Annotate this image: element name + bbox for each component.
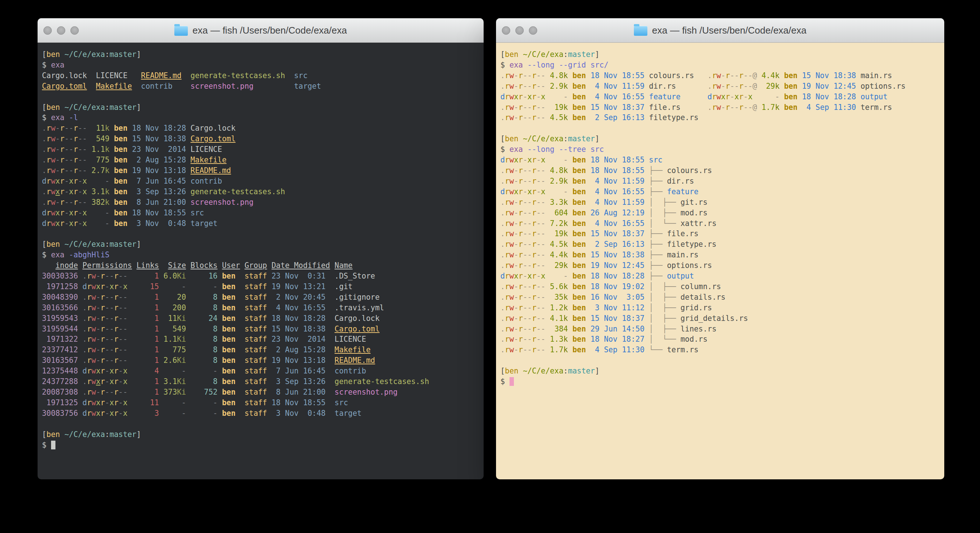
terminal-token xyxy=(186,198,190,207)
permission-bit: - xyxy=(536,177,541,185)
permission-bit: - xyxy=(119,293,123,302)
permission-bit: r xyxy=(505,93,509,101)
permission-bit: r xyxy=(60,219,64,228)
terminal-screen[interactable]: [ben ~/C/e/exa:master] $ exa Cargo.lock … xyxy=(38,43,484,479)
terminal-token xyxy=(110,155,114,164)
file-size: k xyxy=(105,145,110,154)
zoom-button[interactable] xyxy=(529,26,537,35)
permission-bit: - xyxy=(78,134,83,143)
file-size xyxy=(100,219,105,228)
terminal-token: ben xyxy=(784,82,798,91)
terminal-token: 1 xyxy=(137,335,159,343)
zoom-button[interactable] xyxy=(70,26,79,35)
permission-bit: - xyxy=(541,261,545,270)
terminal-token xyxy=(78,261,83,270)
terminal-token xyxy=(568,103,572,112)
terminal-token xyxy=(87,177,91,185)
terminal-line: .rwxr-xr-x 3.1k ben 3 Sep 13:26 generate… xyxy=(42,187,285,196)
file-size: k xyxy=(563,251,568,259)
terminal-token: filetype.rs xyxy=(667,240,717,249)
terminal-token: ] xyxy=(595,367,599,375)
permission-bit: . xyxy=(83,345,87,354)
permission-bit: w xyxy=(509,261,514,270)
permission-bit: r xyxy=(505,335,509,343)
terminal-token xyxy=(586,61,590,69)
permission-bit: r xyxy=(46,219,51,228)
terminal-token: 3 xyxy=(137,409,159,418)
terminal-token xyxy=(586,240,590,249)
terminal-token xyxy=(78,345,83,354)
permission-bit: w xyxy=(92,324,96,333)
terminal-token: 1 xyxy=(137,293,159,302)
terminal-line: 30048390 .rw-r--r-- 1 20 8 ben staff 2 N… xyxy=(42,293,380,302)
minimize-button[interactable] xyxy=(57,26,65,35)
permission-bit: w xyxy=(716,93,721,101)
terminal-line: 12375448 drwxr-xr-x 4 - - ben staff 7 Ju… xyxy=(42,367,366,375)
permission-bit: - xyxy=(96,356,100,365)
terminal-token xyxy=(235,356,245,365)
terminal-token xyxy=(568,187,572,196)
terminal-token xyxy=(235,271,245,280)
terminal-token: ben xyxy=(573,303,586,312)
permission-bit: r xyxy=(518,271,523,280)
file-size xyxy=(177,282,181,291)
file-size xyxy=(762,82,766,91)
permission-bit: . xyxy=(83,314,87,323)
terminal-token xyxy=(42,261,56,270)
permission-bit: - xyxy=(110,271,114,280)
terminal-token: staff xyxy=(244,324,267,333)
permission-bit: r xyxy=(518,103,523,112)
minimize-button[interactable] xyxy=(515,26,524,35)
terminal-token xyxy=(586,335,590,343)
terminal-token: ben xyxy=(573,229,586,238)
file-size: . xyxy=(554,251,559,259)
close-button[interactable] xyxy=(502,26,510,35)
file-size: 5 xyxy=(96,134,100,143)
terminal-token: 16 xyxy=(190,271,217,280)
terminal-token xyxy=(87,124,91,132)
terminal-token xyxy=(326,388,335,396)
permission-bit: x xyxy=(110,282,114,291)
terminal-token: $ xyxy=(42,251,51,259)
permission-bit: . xyxy=(500,261,505,270)
terminal-screen[interactable]: [ben ~/C/e/exa:master] $ exa --long --gr… xyxy=(496,43,944,479)
close-button[interactable] xyxy=(43,26,52,35)
terminal-line: .rw-r--r-- 19k ben 15 Nov 18:37 ├── file… xyxy=(500,229,698,238)
permission-bit: w xyxy=(509,103,514,112)
terminal-token xyxy=(110,124,114,132)
terminal-token: │ └── xyxy=(649,335,680,343)
terminal-token: 23377412 xyxy=(42,345,78,354)
permission-bit: r xyxy=(114,324,119,333)
terminal-token xyxy=(568,345,572,354)
terminal-token: ben xyxy=(505,134,518,143)
terminal-token: master xyxy=(110,430,137,439)
terminal-token xyxy=(545,198,550,207)
file-size: i xyxy=(181,377,186,386)
permission-bit: - xyxy=(527,282,532,291)
permission-bit: r xyxy=(505,282,509,291)
permission-bit: r xyxy=(532,293,536,302)
terminal-token: ben xyxy=(573,93,586,101)
terminal-token: ben xyxy=(114,209,128,217)
terminal-token xyxy=(545,71,550,80)
permission-bit: - xyxy=(123,356,127,365)
file-size: - xyxy=(181,282,186,291)
permission-bit: r xyxy=(505,251,509,259)
terminal-token: 18 Nov 18:55 xyxy=(590,166,644,175)
terminal-token: 18 Nov 18:55 xyxy=(132,209,186,217)
file-size xyxy=(168,324,172,333)
terminal-line: $ xyxy=(500,377,514,386)
terminal-token xyxy=(644,282,649,291)
file-size: 8 xyxy=(559,71,563,80)
permission-bit: r xyxy=(100,345,105,354)
file-size xyxy=(559,155,563,164)
terminal-token xyxy=(128,124,132,132)
file-size: i xyxy=(181,388,186,396)
permission-bit: - xyxy=(536,219,541,228)
terminal-token: colours.rs xyxy=(649,71,694,80)
terminal-token xyxy=(110,198,114,207)
permission-bit: - xyxy=(83,145,87,154)
permission-bit: - xyxy=(110,356,114,365)
terminal-token xyxy=(780,103,784,112)
permission-bit: w xyxy=(92,356,96,365)
